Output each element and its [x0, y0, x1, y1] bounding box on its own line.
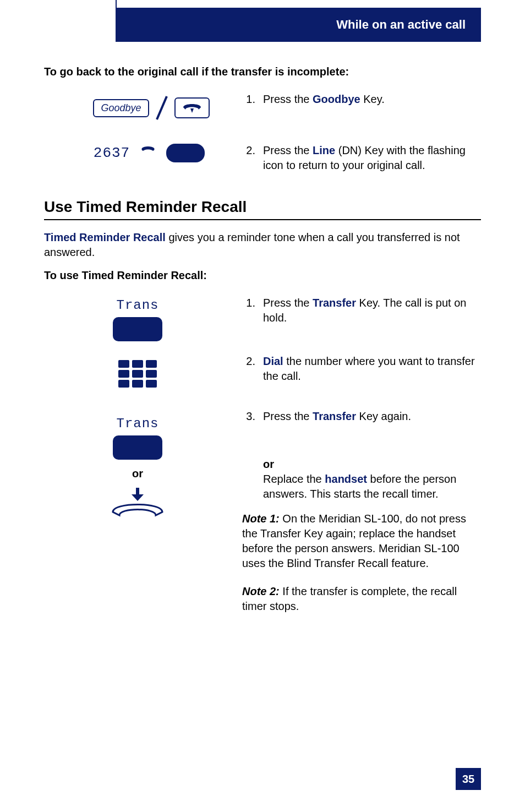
trans-softkey-label-2: Trans — [116, 416, 158, 431]
keypad-icon — [117, 360, 158, 395]
svg-rect-5 — [132, 370, 143, 378]
phone-handset-icon — [140, 145, 156, 161]
trans-softkey-button-2 — [113, 435, 162, 460]
line-key-row: 2637 — [70, 144, 205, 162]
step-text: the number where you want to transfer th… — [263, 355, 475, 382]
slash-icon — [155, 94, 169, 122]
line-keyword: Line — [313, 144, 335, 156]
transfer-illustration-column: Trans Trans or — [44, 296, 231, 519]
subsection-heading-use: To use Timed Reminder Recall: — [44, 269, 481, 282]
step-number: 3. — [242, 409, 255, 424]
intro-paragraph: Timed Reminder Recall gives you a remind… — [44, 230, 481, 260]
or-label-left: or — [132, 467, 143, 480]
step-1-goodbye: 1. Press the Goodbye Key. — [242, 92, 481, 107]
step-text: Key again. — [356, 410, 411, 422]
trans-softkey-button-1 — [113, 317, 162, 341]
step-1-transfer: 1. Press the Transfer Key. The call is p… — [242, 296, 481, 325]
trans-softkey-label-1: Trans — [116, 298, 158, 313]
step-text: Press the — [263, 144, 313, 156]
dial-keyword: Dial — [263, 355, 283, 367]
svg-rect-2 — [132, 360, 143, 368]
handset-onhook-icon — [181, 101, 203, 115]
step-number: 2. — [242, 354, 255, 384]
dn-number: 2637 — [94, 145, 130, 161]
handset-hangup-icon — [107, 487, 168, 519]
line-key-button — [166, 144, 205, 162]
intro-lead: Timed Reminder Recall — [44, 231, 166, 243]
or-body: Replace the handset before the person an… — [263, 472, 481, 502]
svg-rect-6 — [146, 370, 157, 378]
step-text: Press the — [263, 297, 313, 309]
note2-lead: Note 2: — [242, 585, 280, 597]
transfer-keyword: Transfer — [313, 410, 356, 422]
goodbye-key-button: Goodbye — [93, 99, 149, 117]
svg-rect-8 — [132, 380, 143, 388]
note-1: Note 1: On the Meridian SL-100, do not p… — [242, 511, 481, 571]
section-header-bar: While on an active call — [117, 8, 481, 42]
goodbye-illustration-column: Goodbye 2637 — [44, 92, 231, 168]
or-body-pre: Replace the — [263, 473, 325, 485]
step-text: Key. — [360, 93, 385, 105]
step-text: Press the — [263, 410, 313, 422]
handset-keyword: handset — [325, 473, 367, 485]
note-2: Note 2: If the transfer is complete, the… — [242, 584, 481, 614]
page-number: 35 — [456, 768, 481, 790]
svg-rect-4 — [118, 370, 129, 378]
or-label-right: or — [263, 458, 481, 471]
note1-lead: Note 1: — [242, 513, 280, 525]
step-2-dial: 2. Dial the number where you want to tra… — [242, 354, 481, 384]
svg-rect-3 — [146, 360, 157, 368]
svg-rect-9 — [146, 380, 157, 388]
svg-line-0 — [157, 96, 167, 119]
step-text: Press the — [263, 93, 313, 105]
svg-rect-7 — [118, 380, 129, 388]
svg-rect-1 — [118, 360, 129, 368]
section-title-timed-reminder: Use Timed Reminder Recall — [44, 198, 481, 220]
section-header-text: While on an active call — [336, 18, 466, 32]
step-number: 2. — [242, 143, 255, 173]
transfer-keyword: Transfer — [313, 297, 356, 309]
onhook-key-button — [174, 97, 210, 118]
goodbye-key-row: Goodbye — [65, 94, 209, 122]
step-3-transfer-again: 3. Press the Transfer Key again. — [242, 409, 481, 424]
step-number: 1. — [242, 296, 255, 325]
goodbye-keyword: Goodbye — [313, 93, 360, 105]
step-number: 1. — [242, 92, 255, 107]
subsection-heading-goback: To go back to the original call if the t… — [44, 65, 481, 79]
step-2-line: 2. Press the Line (DN) Key with the flas… — [242, 143, 481, 173]
